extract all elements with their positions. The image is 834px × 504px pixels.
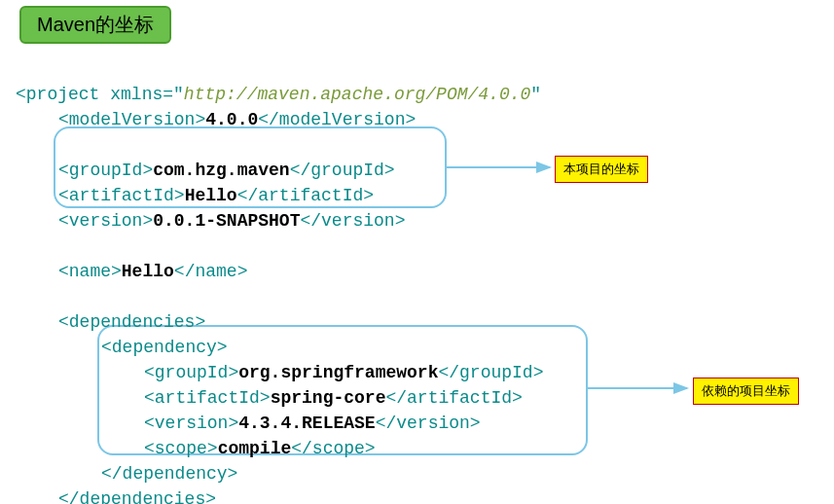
arrow-dependency xyxy=(584,381,701,401)
tag-dep-artifactid-close: </artifactId> xyxy=(385,388,522,408)
tag-modelversion-open: <modelVersion> xyxy=(58,110,205,129)
tag-dependencies-close: </dependencies> xyxy=(58,489,216,504)
tag-artifactid-close: </artifactId> xyxy=(237,186,374,205)
tag-groupid-close: </groupId> xyxy=(290,161,395,180)
tag-dependency-close: </dependency> xyxy=(101,464,237,484)
title-badge: Maven的坐标 xyxy=(19,6,171,44)
val-dep-version: 4.3.4.RELEASE xyxy=(238,414,375,433)
callout-dep-text: 依赖的项目坐标 xyxy=(702,383,790,398)
tag-name-close: </name> xyxy=(174,262,248,281)
val-name: Hello xyxy=(122,262,174,281)
tag-dep-version-open: <version> xyxy=(144,414,238,433)
tag-version-open: <version> xyxy=(58,211,153,231)
tag-dep-scope-open: <scope> xyxy=(144,439,218,458)
tag-name-open: <name> xyxy=(58,262,122,281)
tag-dep-artifactid-open: <artifactId> xyxy=(144,388,271,408)
val-artifactid: Hello xyxy=(185,186,237,205)
callout-dep-coord: 依赖的项目坐标 xyxy=(693,378,799,405)
tag-project-open: <project xyxy=(16,85,99,104)
code-block: <project xmlns="http://maven.apache.org/… xyxy=(16,56,543,504)
title-text: Maven的坐标 xyxy=(37,14,154,35)
attr-xmlns-key: xmlns=" xyxy=(99,85,183,104)
callout-project-coord: 本项目的坐标 xyxy=(555,156,648,183)
tag-dependencies-open: <dependencies> xyxy=(58,312,205,332)
tag-artifactid-open: <artifactId> xyxy=(58,186,185,205)
val-dep-scope: compile xyxy=(218,439,292,458)
tag-modelversion-close: </modelVersion> xyxy=(258,110,416,129)
tag-dep-groupid-open: <groupId> xyxy=(144,363,238,382)
tag-dependency-open: <dependency> xyxy=(101,338,228,357)
page: Maven的坐标 本项目的坐标 依赖的项目坐标 <project xmlns="… xyxy=(0,0,834,504)
val-groupid: com.hzg.maven xyxy=(153,161,289,180)
callout-project-text: 本项目的坐标 xyxy=(563,162,639,176)
attr-xmlns-end: " xyxy=(530,85,541,104)
tag-dep-version-close: </version> xyxy=(376,414,481,433)
attr-xmlns-val: http://maven.apache.org/POM/4.0.0 xyxy=(184,85,530,104)
val-dep-artifactid: spring-core xyxy=(271,388,386,408)
tag-groupid-open: <groupId> xyxy=(58,161,153,180)
tag-dep-groupid-close: </groupId> xyxy=(438,363,543,382)
tag-version-close: </version> xyxy=(300,211,405,231)
val-modelversion: 4.0.0 xyxy=(205,110,258,129)
tag-dep-scope-close: </scope> xyxy=(291,439,375,458)
val-dep-groupid: org.springframework xyxy=(238,363,438,382)
val-version: 0.0.1-SNAPSHOT xyxy=(153,211,300,231)
